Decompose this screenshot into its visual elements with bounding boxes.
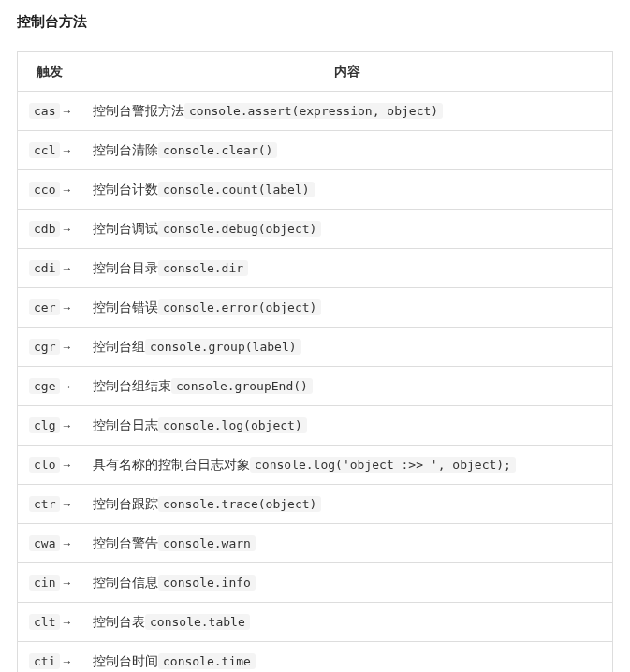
code-snippet: console.assert(expression, object) — [184, 103, 443, 119]
code-snippet: console.dir — [158, 260, 248, 276]
arrow-icon: → — [61, 341, 72, 354]
trigger-key: cwa — [29, 535, 60, 551]
description-label: 控制台警告 — [93, 535, 158, 550]
trigger-key: clo — [29, 457, 60, 473]
trigger-key: clt — [29, 614, 60, 630]
trigger-cell: cco→ — [18, 170, 81, 210]
description-label: 控制台表 — [93, 614, 145, 629]
arrow-icon: → — [61, 262, 72, 275]
table-header-row: 触发 内容 — [18, 52, 613, 92]
code-snippet: console.clear() — [158, 142, 277, 158]
table-row: cgr→控制台组console.group(label) — [18, 328, 613, 367]
description-label: 控制台错误 — [93, 299, 158, 314]
content-cell: 控制台表console.table — [81, 603, 613, 642]
table-row: cas→控制台警报方法console.assert(expression, ob… — [18, 92, 613, 131]
th-trigger: 触发 — [18, 52, 81, 92]
trigger-cell: cgr→ — [18, 328, 81, 367]
code-snippet: console.error(object) — [158, 299, 321, 315]
trigger-cell: cin→ — [18, 563, 81, 603]
description-label: 控制台组 — [93, 339, 145, 354]
trigger-cell: cti→ — [18, 642, 81, 673]
content-cell: 具有名称的控制台日志对象console.log('object :>> ', o… — [81, 446, 613, 485]
trigger-key: clg — [29, 417, 60, 433]
table-row: clo→具有名称的控制台日志对象console.log('object :>> … — [18, 446, 613, 485]
trigger-cell: clo→ — [18, 446, 81, 485]
trigger-key: cer — [29, 299, 60, 315]
table-row: cwa→控制台警告console.warn — [18, 524, 613, 563]
content-cell: 控制台警报方法console.assert(expression, object… — [81, 92, 613, 131]
trigger-key: cco — [29, 182, 60, 197]
code-snippet: console.groupEnd() — [171, 378, 313, 394]
trigger-cell: ctr→ — [18, 485, 81, 524]
arrow-icon: → — [61, 616, 72, 629]
content-cell: 控制台警告console.warn — [81, 524, 613, 563]
trigger-key: cas — [29, 103, 60, 119]
arrow-icon: → — [61, 655, 72, 668]
code-snippet: console.table — [145, 614, 250, 630]
arrow-icon: → — [61, 577, 72, 590]
description-label: 控制台目录 — [93, 260, 158, 275]
code-snippet: console.trace(object) — [158, 496, 321, 512]
arrow-icon: → — [61, 223, 72, 236]
table-row: cge→控制台组结束console.groupEnd() — [18, 367, 613, 406]
arrow-icon: → — [61, 183, 72, 197]
table-row: clt→控制台表console.table — [18, 603, 613, 642]
trigger-key: ctr — [29, 496, 60, 512]
description-label: 控制台警报方法 — [93, 103, 184, 118]
arrow-icon: → — [61, 105, 72, 118]
code-snippet: console.log(object) — [158, 417, 307, 433]
trigger-cell: cdb→ — [18, 210, 81, 249]
trigger-cell: cwa→ — [18, 524, 81, 563]
trigger-key: cdb — [29, 221, 60, 237]
table-row: ctr→控制台跟踪console.trace(object) — [18, 485, 613, 524]
arrow-icon: → — [61, 301, 72, 314]
description-label: 控制台跟踪 — [93, 496, 158, 511]
content-cell: 控制台调试console.debug(object) — [81, 210, 613, 249]
description-label: 控制台清除 — [93, 142, 158, 157]
table-row: cdi→控制台目录console.dir — [18, 249, 613, 288]
trigger-cell: cas→ — [18, 92, 81, 131]
table-row: clg→控制台日志console.log(object) — [18, 406, 613, 446]
trigger-cell: cer→ — [18, 288, 81, 328]
description-label: 控制台调试 — [93, 221, 158, 236]
table-row: cti→控制台时间console.time — [18, 642, 613, 673]
table-row: ccl→控制台清除console.clear() — [18, 131, 613, 170]
table-row: cer→控制台错误console.error(object) — [18, 288, 613, 328]
table-row: cin→控制台信息console.info — [18, 563, 613, 603]
trigger-key: ccl — [29, 142, 60, 158]
description-label: 控制台信息 — [93, 575, 158, 590]
trigger-key: cti — [29, 653, 60, 669]
arrow-icon: → — [61, 537, 72, 550]
code-snippet: console.debug(object) — [158, 221, 321, 237]
description-label: 控制台时间 — [93, 653, 158, 668]
arrow-icon: → — [61, 144, 72, 157]
trigger-cell: cdi→ — [18, 249, 81, 288]
code-snippet: console.log('object :>> ', object); — [250, 457, 516, 473]
code-snippet: console.warn — [158, 535, 256, 551]
th-content: 内容 — [81, 52, 613, 92]
arrow-icon: → — [61, 459, 72, 472]
section-heading: 控制台方法 — [17, 13, 613, 31]
description-label: 控制台计数 — [93, 182, 158, 197]
content-cell: 控制台跟踪console.trace(object) — [81, 485, 613, 524]
code-snippet: console.time — [158, 653, 256, 669]
description-label: 控制台日志 — [93, 417, 158, 432]
trigger-cell: ccl→ — [18, 131, 81, 170]
code-snippet: console.info — [158, 575, 256, 591]
trigger-cell: clt→ — [18, 603, 81, 642]
table-row: cdb→控制台调试console.debug(object) — [18, 210, 613, 249]
description-label: 具有名称的控制台日志对象 — [93, 457, 250, 472]
content-cell: 控制台日志console.log(object) — [81, 406, 613, 446]
trigger-key: cgr — [29, 339, 60, 355]
table-row: cco→控制台计数console.count(label) — [18, 170, 613, 210]
trigger-key: cge — [29, 378, 60, 394]
content-cell: 控制台信息console.info — [81, 563, 613, 603]
content-cell: 控制台组console.group(label) — [81, 328, 613, 367]
arrow-icon: → — [61, 419, 72, 432]
trigger-cell: cge→ — [18, 367, 81, 406]
content-cell: 控制台时间console.time — [81, 642, 613, 673]
content-cell: 控制台清除console.clear() — [81, 131, 613, 170]
methods-table: 触发 内容 cas→控制台警报方法console.assert(expressi… — [17, 51, 613, 672]
trigger-key: cin — [29, 575, 60, 591]
trigger-cell: clg→ — [18, 406, 81, 446]
